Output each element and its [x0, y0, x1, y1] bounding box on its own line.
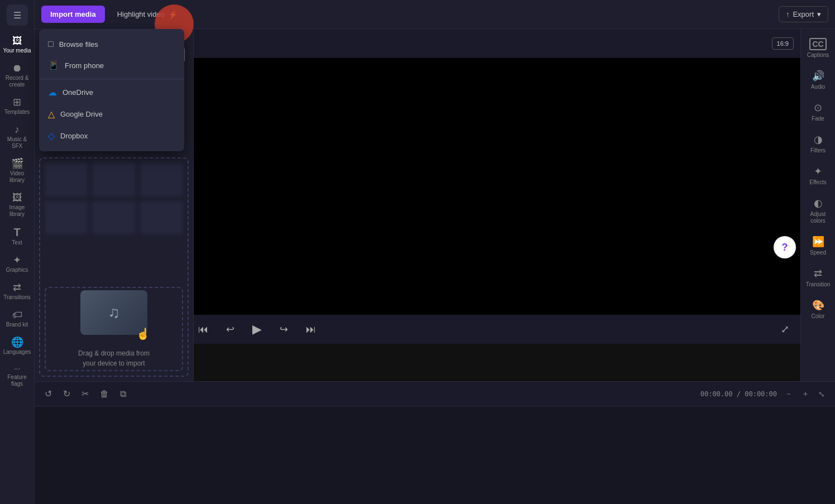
right-item-color[interactable]: 🎨 Color	[801, 295, 835, 324]
play-button[interactable]: ▶	[248, 320, 266, 339]
redo-button[interactable]: ↻	[60, 386, 74, 401]
right-item-adjust-colors[interactable]: ◐ Adjust colors	[801, 193, 835, 229]
highlight-video-button[interactable]: Highlight video ⚡	[112, 7, 183, 22]
import-media-button[interactable]: Import media	[41, 6, 105, 23]
skip-start-icon: ⏮	[198, 324, 208, 335]
media-bg-thumb	[92, 163, 135, 196]
import-dropdown-menu: □ Browse files 📱 From phone ☁ OneDrive △…	[39, 29, 184, 151]
music-placeholder-icon: ♫	[108, 304, 120, 321]
sidebar-item-feature-flags[interactable]: ··· Feature flags	[0, 361, 34, 391]
media-bg-thumb	[45, 163, 88, 196]
sidebar-item-music[interactable]: ♪ Music & SFX	[0, 121, 34, 153]
graphics-icon: ✦	[13, 255, 21, 265]
main-panel: Import media Highlight video ⚡ ↑ Export	[35, 0, 835, 504]
google-drive-label: Google Drive	[60, 110, 103, 118]
left-sidebar: ☰ 🖼 Your media ⏺ Record &create ⊞ Templa…	[0, 0, 35, 504]
sidebar-item-record[interactable]: ⏺ Record &create	[0, 60, 34, 92]
video-library-icon: 🎬	[11, 159, 23, 169]
right-item-transition[interactable]: ⇄ Transition	[801, 263, 835, 292]
effects-icon: ✦	[814, 165, 822, 177]
menu-button[interactable]: ☰	[7, 4, 28, 26]
rewind-button[interactable]: ↩	[222, 321, 239, 338]
right-item-captions[interactable]: CC Captions	[801, 33, 835, 63]
sidebar-item-transitions[interactable]: ⇄ Transitions	[0, 279, 34, 304]
export-button[interactable]: ↑ Export ▾	[779, 6, 828, 22]
dropbox-item[interactable]: ◇ Dropbox	[39, 125, 184, 147]
fade-icon: ⊙	[814, 102, 822, 114]
media-bg-thumb	[140, 201, 183, 234]
fullscreen-button[interactable]: ⤢	[776, 321, 794, 338]
copy-button[interactable]: ⧉	[117, 387, 129, 401]
audio-icon: 🔊	[812, 70, 824, 82]
export-arrow-icon: ↑	[786, 10, 790, 18]
delete-icon: 🗑	[100, 389, 109, 399]
cut-button[interactable]: ✂	[78, 386, 92, 401]
fullscreen-icon: ⤢	[781, 324, 789, 335]
zoom-out-icon: －	[785, 389, 793, 398]
video-area: 16:9 ⏮ ↩ ▶ ↪ ⏭ ⤢	[194, 29, 800, 381]
right-item-speed[interactable]: ⏩ Speed	[801, 231, 835, 261]
media-placeholder-thumb: ♫ ☝	[80, 290, 147, 335]
delete-button[interactable]: 🗑	[97, 387, 112, 401]
dropbox-icon: ◇	[48, 131, 55, 141]
color-icon: 🎨	[812, 299, 824, 311]
speed-icon: ⏩	[812, 236, 824, 248]
video-canvas	[194, 58, 800, 315]
from-phone-item[interactable]: 📱 From phone	[39, 55, 184, 76]
undo-icon: ↺	[45, 389, 52, 399]
captions-icon: CC	[809, 38, 826, 50]
timeline-content	[35, 406, 835, 504]
right-item-filters[interactable]: ◑ Filters	[801, 129, 835, 159]
feature-flags-icon: ···	[14, 364, 21, 372]
undo-button[interactable]: ↺	[41, 386, 55, 401]
skip-end-button[interactable]: ⏭	[301, 321, 320, 338]
onedrive-item[interactable]: ☁ OneDrive	[39, 81, 184, 103]
timeline-zoom-controls: － ＋ ⤡	[781, 388, 828, 400]
zoom-in-button[interactable]: ＋	[798, 388, 813, 400]
skip-end-icon: ⏭	[306, 324, 316, 335]
sidebar-item-templates[interactable]: ⊞ Templates	[0, 94, 34, 119]
rewind-icon: ↩	[226, 324, 234, 335]
onedrive-icon: ☁	[48, 87, 57, 98]
right-item-audio[interactable]: 🔊 Audio	[801, 65, 835, 95]
zoom-out-button[interactable]: －	[781, 388, 796, 400]
drop-cursor-icon: ☝	[136, 327, 150, 340]
google-drive-item[interactable]: △ Google Drive	[39, 103, 184, 125]
drag-drop-overlay: ♫ ☝ Drag & drop media from your device t…	[45, 287, 183, 371]
sidebar-item-graphics[interactable]: ✦ Graphics	[0, 252, 34, 277]
right-item-fade[interactable]: ⊙ Fade	[801, 97, 835, 127]
aspect-ratio-button[interactable]: 16:9	[772, 37, 794, 50]
content-area: □ Browse files 📱 From phone ☁ OneDrive △…	[35, 29, 835, 381]
right-sidebar: CC Captions 🔊 Audio ⊙ Fade ◑ Filters ✦ E…	[800, 29, 835, 381]
media-background: ♫ ☝ Drag & drop media from your device t…	[39, 157, 189, 377]
transitions-icon: ⇄	[13, 282, 21, 292]
browse-files-item[interactable]: □ Browse files	[39, 33, 184, 55]
adjust-colors-icon: ◐	[814, 197, 823, 209]
languages-icon: 🌐	[11, 337, 23, 347]
filters-icon: ◑	[814, 133, 823, 146]
sidebar-item-languages[interactable]: 🌐 Languages	[0, 334, 34, 359]
dropbox-label: Dropbox	[60, 132, 88, 140]
fit-button[interactable]: ⤡	[815, 388, 828, 400]
brand-kit-icon: 🏷	[12, 310, 22, 320]
sidebar-item-label: Templates	[4, 109, 30, 116]
sidebar-item-text[interactable]: T Text	[0, 223, 34, 249]
highlight-video-label: Highlight video	[117, 10, 165, 18]
sidebar-item-video-library[interactable]: 🎬 Video library	[0, 155, 34, 187]
onedrive-label: OneDrive	[63, 88, 93, 97]
media-panel: □ Browse files 📱 From phone ☁ OneDrive △…	[35, 29, 194, 381]
skip-start-button[interactable]: ⏮	[194, 321, 213, 338]
play-icon: ▶	[252, 322, 262, 336]
zoom-in-icon: ＋	[802, 389, 809, 398]
sidebar-item-your-media[interactable]: 🖼 Your media	[0, 32, 34, 57]
fit-icon: ⤡	[818, 390, 825, 399]
sidebar-item-image-library[interactable]: 🖼 Image library	[0, 189, 34, 221]
question-mark-icon: ?	[782, 242, 788, 253]
cut-icon: ✂	[81, 389, 89, 399]
sidebar-item-brand-kit[interactable]: 🏷 Brand kit	[0, 306, 34, 332]
forward-button[interactable]: ↪	[275, 321, 292, 338]
timeline-time-display: 00:00.00 / 00:00:00	[700, 390, 777, 398]
right-item-effects[interactable]: ✦ Effects	[801, 161, 835, 190]
help-button[interactable]: ?	[774, 236, 796, 258]
forward-icon: ↪	[280, 324, 288, 335]
